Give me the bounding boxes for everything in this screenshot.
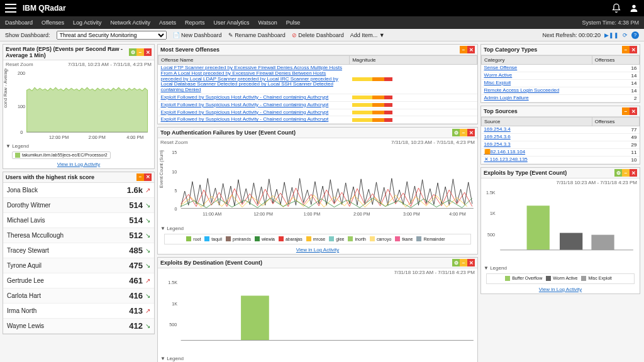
- source-link[interactable]: 169.254.3.6: [482, 134, 592, 141]
- legend-toggle[interactable]: ▼ Legend: [3, 142, 154, 150]
- user-icon[interactable]: [629, 3, 639, 13]
- user-row[interactable]: Irma North413↗: [3, 304, 154, 319]
- exploits-type-title: Exploits by Type (Event Count): [484, 170, 567, 176]
- user-row[interactable]: Gertrude Lee461↗: [3, 273, 154, 288]
- panel-min-icon[interactable]: −: [622, 169, 630, 177]
- nav-reports[interactable]: Reports: [185, 19, 205, 26]
- help-icon[interactable]: ?: [631, 31, 639, 39]
- magnitude-bar: [352, 77, 392, 81]
- category-link[interactable]: Admin Login Failure: [482, 95, 592, 102]
- view-in-log-activity-link[interactable]: View in Log Activity: [3, 160, 154, 168]
- category-link[interactable]: Misc Exploit: [482, 80, 592, 87]
- panel-close-icon[interactable]: ✕: [144, 48, 152, 56]
- panel-min-icon[interactable]: −: [460, 129, 467, 136]
- source-link[interactable]: ✕ 116.123.248.135: [482, 156, 592, 164]
- legend-item: abarajas: [279, 236, 303, 241]
- legend-toggle[interactable]: ▼ Legend: [158, 354, 477, 362]
- source-row: 169.254.3.329: [482, 141, 640, 149]
- offense-link[interactable]: Exploit Followed by Suspicious Host Acti…: [158, 109, 350, 116]
- reset-zoom-link[interactable]: Reset Zoom: [6, 62, 33, 67]
- legend-toggle[interactable]: ▼ Legend: [481, 264, 640, 272]
- user-row[interactable]: Theresa Mccullough512↘: [3, 228, 154, 243]
- play-pause-icon[interactable]: ▶❚❚: [604, 32, 619, 38]
- user-row[interactable]: Tracey Stewart485↘: [3, 243, 154, 258]
- user-row[interactable]: Carlota Hart416↘: [3, 288, 154, 304]
- panel-close-icon[interactable]: ✕: [144, 173, 152, 181]
- user-row[interactable]: Jona Black1.6k↗: [3, 183, 154, 198]
- panel-close-icon[interactable]: ✕: [467, 259, 475, 266]
- user-row[interactable]: Wayne Lewis412↘: [3, 319, 154, 334]
- trend-down-icon: ↘: [145, 217, 150, 224]
- panel-close-icon[interactable]: ✕: [630, 169, 637, 177]
- next-refresh-label: Next Refresh: 00:00:20: [542, 32, 601, 38]
- panel-settings-icon[interactable]: ⚙: [614, 169, 622, 177]
- rename-dashboard-link[interactable]: ✎ Rename Dashboard: [228, 32, 286, 38]
- legend-toggle[interactable]: ▼ Legend: [158, 224, 477, 233]
- reset-zoom-link[interactable]: Reset Zoom: [160, 140, 188, 145]
- offense-link[interactable]: Local FTP Scanner preceded by Excessive …: [158, 65, 350, 94]
- workspace: Event Rate (EPS) (Events per Second Raw …: [0, 41, 644, 362]
- nav-network-activity[interactable]: Network Activity: [110, 19, 150, 26]
- nav-watson[interactable]: Watson: [258, 19, 277, 26]
- user-name: Dorothy Witmer: [7, 202, 129, 209]
- user-score: 413: [129, 306, 143, 315]
- panel-settings-icon[interactable]: ⚙: [452, 129, 460, 136]
- category-link[interactable]: Worm Active: [482, 72, 592, 80]
- exploits-type-chart: 1.5K 1K 500: [481, 187, 640, 263]
- panel-settings-icon[interactable]: ⚙: [452, 259, 460, 266]
- user-row[interactable]: Tyrone Aquil475↘: [3, 258, 154, 273]
- view-in-log-activity-link[interactable]: View in Log Activity: [481, 285, 640, 293]
- add-item-link[interactable]: Add Item... ▼: [350, 32, 385, 38]
- user-score: 514: [129, 216, 143, 225]
- offense-link[interactable]: Exploit Followed by Suspicious Host Acti…: [158, 94, 350, 101]
- category-row: Worm Active14: [482, 72, 640, 80]
- panel-min-icon[interactable]: −: [136, 48, 144, 56]
- delete-dashboard-link[interactable]: ⊘ Delete Dashboard: [292, 32, 344, 38]
- hamburger-icon[interactable]: [5, 4, 16, 13]
- system-time: System Time: 4:38 PM: [582, 19, 639, 26]
- sources-title: Top Sources: [484, 108, 518, 114]
- source-row: ✕ 116.123.248.13510: [482, 156, 640, 164]
- nav-dashboard[interactable]: Dashboard: [5, 19, 33, 26]
- nav-user-analytics[interactable]: User Analytics: [213, 19, 249, 26]
- panel-close-icon[interactable]: ✕: [467, 129, 475, 136]
- brand-label: IBM QRadar: [23, 4, 611, 13]
- svg-point-0: [632, 5, 635, 8]
- event-rate-chart: cond Raw - Average 1 Min (cu 200 100 0 1…: [3, 69, 154, 142]
- show-dashboard-label: Show Dashboard:: [5, 32, 50, 38]
- view-in-log-activity-link[interactable]: View in Log Activity: [158, 246, 477, 254]
- panel-min-icon[interactable]: −: [136, 173, 144, 181]
- user-row[interactable]: Michael Lavis514↘: [3, 213, 154, 228]
- top-sources-panel: Top Sources −✕ SourceOffenses 169.254.3.…: [480, 106, 640, 165]
- trend-down-icon: ↘: [145, 322, 150, 329]
- refresh-icon[interactable]: ⟳: [623, 32, 628, 38]
- offense-link[interactable]: Exploit Followed by Suspicious Host Acti…: [158, 101, 350, 109]
- offense-link[interactable]: Exploit Followed by Suspicious Host Acti…: [158, 116, 350, 124]
- offense-row: Exploit Followed by Suspicious Host Acti…: [158, 116, 477, 124]
- source-link[interactable]: 169.254.3.3: [482, 141, 592, 149]
- category-link[interactable]: Sense Offense: [482, 65, 592, 72]
- category-link[interactable]: Remote Access Login Succeeded: [482, 87, 592, 95]
- dashboard-select[interactable]: Threat and Security Monitoring: [57, 31, 167, 40]
- source-link[interactable]: 169.254.3.4: [482, 126, 592, 134]
- nav-log-activity[interactable]: Log Activity: [73, 19, 102, 26]
- user-row[interactable]: Dorothy Witmer514↘: [3, 198, 154, 213]
- panel-close-icon[interactable]: ✕: [630, 107, 637, 115]
- bell-icon[interactable]: [611, 3, 621, 13]
- panel-min-icon[interactable]: −: [622, 107, 630, 115]
- new-dashboard-link[interactable]: 📄 New Dashboard: [173, 32, 222, 38]
- panel-close-icon[interactable]: ✕: [630, 46, 637, 53]
- nav-assets[interactable]: Assets: [159, 19, 176, 26]
- panel-settings-icon[interactable]: ⚙: [129, 48, 136, 56]
- panel-close-icon[interactable]: ✕: [467, 46, 475, 53]
- panel-min-icon[interactable]: −: [460, 259, 467, 266]
- panel-min-icon[interactable]: −: [622, 46, 630, 53]
- nav-offenses[interactable]: Offenses: [42, 19, 64, 26]
- nav-pulse[interactable]: Pulse: [286, 19, 301, 26]
- svg-text:0: 0: [20, 129, 23, 135]
- source-link[interactable]: 🟧82.146.118.104: [482, 149, 592, 156]
- panel-min-icon[interactable]: −: [460, 46, 467, 53]
- svg-text:11:00 AM: 11:00 AM: [203, 212, 221, 217]
- user-score: 1.6k: [127, 185, 143, 195]
- legend-item: Misc Exploit: [581, 276, 611, 281]
